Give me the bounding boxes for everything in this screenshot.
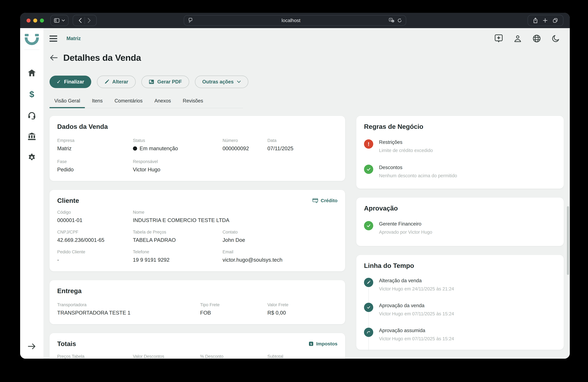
app-logo [24,34,39,45]
browser-nav-group [73,15,97,26]
tax-money-icon: $ [309,341,314,346]
sidebar-item-sales[interactable]: $ [27,89,36,99]
address-bar[interactable]: localhost A ★ [184,15,406,26]
check-icon: ✓ [57,79,61,85]
back-arrow-icon[interactable] [49,54,58,61]
credito-link[interactable]: Crédito [312,198,337,203]
share-icon[interactable] [533,18,538,23]
card-regras-de-negocio: Regras de Negócio ! Restrições Limite de… [356,116,564,189]
browser-actions-group [528,15,563,26]
svg-text:$: $ [310,342,312,346]
field-label: % Desconto [200,354,268,359]
svg-text:A: A [390,19,392,21]
rule-item-descontos: Descontos Nenhum desconto acima do permi… [364,165,556,178]
zoom-window-button[interactable] [40,19,44,22]
feedback-badge-icon[interactable] [494,34,503,43]
scrollbar-thumb[interactable] [567,206,569,275]
headset-icon [27,111,36,119]
redo-event-icon [364,328,373,337]
page-settings-icon[interactable] [188,18,193,23]
timeline-title: Aprovação da venda [379,303,454,308]
forward-nav-button[interactable] [87,18,91,23]
tab-comentarios[interactable]: Comentários [110,98,147,108]
reload-icon[interactable] [397,18,402,23]
sidebar-item-home[interactable] [27,68,36,78]
sidebar-item-settings[interactable] [27,153,36,162]
company-name: Matriz [66,36,81,42]
finalize-button[interactable]: ✓ Finalizar [49,76,91,88]
back-nav-button[interactable] [78,18,82,23]
translate-icon[interactable]: A ★ [389,18,394,23]
browser-sidebar-toggle[interactable] [50,15,68,26]
user-icon[interactable] [514,34,522,43]
field-label: Transportadora [57,302,200,307]
approval-title: Gerente Financeiro [379,221,432,227]
card-entrega: Entrega Transportadora TRANSPORTADORA TE… [49,280,345,324]
minimize-window-button[interactable] [33,19,37,22]
card-title: Dados da Venda [57,123,337,130]
sidebar-item-finance[interactable] [27,132,36,141]
rule-title: Descontos [379,165,457,170]
generate-pdf-button[interactable]: PDF Gerar PDF [141,76,189,88]
field-value: FOB [200,310,268,316]
field-label: Tipo Frete [200,302,268,307]
traffic-lights [26,19,44,22]
tab-anexos[interactable]: Anexos [149,98,176,108]
sidebar-expand-toggle[interactable] [27,342,36,351]
field-value: 42.669.236/0001-65 [57,237,133,243]
error-icon: ! [364,139,373,149]
success-check-icon [364,221,373,230]
card-linha-do-tempo: Linha do Tempo [356,255,564,350]
timeline-connector [368,288,369,351]
browser-titlebar: localhost A ★ [20,13,570,28]
check-event-icon [364,303,373,312]
credit-card-icon [312,198,318,203]
app-root: $ [20,28,570,359]
card-title: Regras de Negócio [364,123,556,130]
field-value: John Doe [223,237,337,243]
field-value: INDUSTRIA E COMERCIO TESTE LTDA [133,217,337,223]
pdf-icon: PDF [149,79,154,85]
more-actions-button[interactable]: Outras ações [195,76,248,88]
pencil-icon [104,79,109,84]
url-text[interactable]: localhost [193,18,389,23]
field-label: Valor Frete [267,302,337,307]
field-label: Valor Descontos [133,354,200,359]
field-label: Fase [57,159,133,164]
tab-itens[interactable]: Itens [87,98,107,108]
menu-toggle-button[interactable] [49,36,57,42]
field-value: 19 9 9191 9292 [133,257,223,263]
card-title: Entrega [57,287,337,295]
field-value: R$ 0,00 [267,310,337,316]
field-label: Nome [133,210,337,215]
bank-icon [27,132,36,140]
field-value: 000001-01 [57,217,133,223]
field-value: victor.hugo@soulsys.tech [223,257,337,263]
dark-mode-icon[interactable] [552,34,560,43]
browser-window: localhost A ★ [20,13,570,359]
card-cliente: Cliente Crédito [49,190,345,271]
field-label: Status [133,138,223,143]
chevron-down-icon [62,19,65,21]
rule-item-restricoes: ! Restrições Limite de crédito excedido [364,139,556,153]
sidebar-item-support[interactable] [27,111,36,120]
new-tab-icon[interactable] [543,18,548,23]
globe-icon[interactable] [532,34,541,43]
field-label: Pedido Cliente [57,250,133,255]
close-window-button[interactable] [26,19,31,22]
field-label: Email [223,250,337,255]
edit-button[interactable]: Alterar [97,76,136,88]
tab-overview-icon[interactable] [552,18,558,23]
page-title: Detalhes da Venda [63,52,141,63]
field-value: - [57,257,133,263]
tab-revisoes[interactable]: Revisões [178,98,208,108]
sidebar-divider [24,50,39,50]
chevron-down-icon [237,80,241,83]
field-label: Preços Tabela [57,354,133,359]
tab-visao-geral[interactable]: Visão Geral [49,98,85,108]
sidebar-panel-icon [54,18,60,23]
field-value: TRANSPORTADORA TESTE 1 [57,310,200,316]
impostos-link[interactable]: $ Impostos [309,341,337,346]
rule-title: Restrições [379,139,433,145]
timeline-item: Alteração da venda Victor Hugo em 24/11/… [364,278,556,292]
